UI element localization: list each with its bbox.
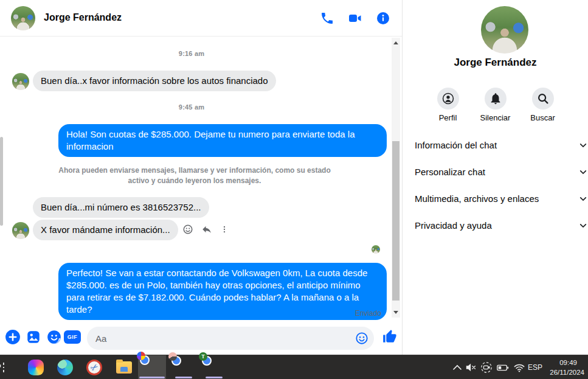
message-input-pill <box>87 327 374 350</box>
scroll-up-arrow[interactable] <box>393 41 398 44</box>
snipping-tool-icon[interactable] <box>86 360 102 375</box>
chrome-profile-badge: T <box>199 352 207 361</box>
chat-scrollbar[interactable] <box>392 38 400 318</box>
gif-icon[interactable]: GIF <box>64 330 81 344</box>
photo-attach-icon[interactable] <box>26 329 41 345</box>
menu-item-media-files-links[interactable]: Multimedia, archivos y enlaces <box>403 186 588 212</box>
chat-header-avatar[interactable] <box>11 6 35 30</box>
copilot-icon[interactable] <box>28 360 44 375</box>
chevron-down-icon <box>579 195 587 203</box>
video-call-icon[interactable] <box>348 11 362 26</box>
menu-item-label: Personalizar chat <box>415 167 485 177</box>
incoming-message: Buen día..x favor información sobre los … <box>33 71 276 91</box>
chevron-down-icon <box>579 169 587 176</box>
action-label: Perfil <box>439 113 457 122</box>
more-options-icon[interactable] <box>220 224 229 235</box>
emoji-picker-icon[interactable] <box>355 332 368 345</box>
mute-action-button[interactable]: Silenciar <box>478 88 513 122</box>
windows-taskbar: T ESP 09:49 26/11/2024 <box>0 355 588 379</box>
system-notice: Ahora pueden enviarse mensajes, llamarse… <box>49 165 341 186</box>
profile-action-button[interactable]: Perfil <box>431 88 466 122</box>
conversation-info-icon[interactable] <box>376 11 390 26</box>
chrome-profile-badge <box>168 352 177 361</box>
action-label: Buscar <box>530 113 555 122</box>
menu-item-label: Información del chat <box>415 140 497 150</box>
phone-call-icon[interactable] <box>320 11 334 26</box>
chevron-down-icon <box>579 222 587 229</box>
edge-browser-icon[interactable] <box>57 360 73 375</box>
file-explorer-icon[interactable] <box>116 361 132 374</box>
scroll-down-arrow[interactable] <box>393 311 398 314</box>
search-icon <box>532 88 554 110</box>
delivery-status: Enviado <box>355 309 381 318</box>
message-input[interactable] <box>95 327 339 350</box>
react-emoji-icon[interactable] <box>182 224 193 235</box>
tray-date: 26/11/2024 <box>539 367 584 377</box>
messages-area: 9:16 am Buen día..x favor información so… <box>0 37 402 322</box>
running-app-indicator <box>139 377 165 378</box>
background-window-scrollbar <box>0 137 3 226</box>
chrome-profile-badge <box>137 352 145 360</box>
action-label: Silenciar <box>480 113 511 122</box>
screen-record-camera-icon[interactable] <box>480 361 493 374</box>
chat-panel: Jorge Fernández 9:16 am Buen día..x favo… <box>0 0 402 355</box>
seen-indicator-avatar <box>372 245 380 254</box>
battery-icon[interactable] <box>496 361 508 374</box>
incoming-message: X favor mándame información... <box>33 220 178 240</box>
conversation-info-panel: Jorge Fernández Perfil Silenciar Buscar … <box>402 0 588 355</box>
incoming-message: Buen día...mi número es 3816523752... <box>33 197 209 218</box>
menu-item-customize-chat[interactable]: Personalizar chat <box>403 159 588 186</box>
clock-date[interactable]: 09:49 26/11/2024 <box>539 358 584 377</box>
scrollbar-thumb[interactable] <box>392 141 399 301</box>
menu-item-chat-info[interactable]: Información del chat <box>403 132 588 159</box>
tray-time: 09:49 <box>539 358 584 367</box>
outgoing-message: Hola! Son cuotas de $285.000. Dejame tu … <box>58 124 387 157</box>
profile-name: Jorge Fernández <box>403 57 588 69</box>
menu-item-label: Privacidad y ayuda <box>415 220 492 231</box>
timestamp: 9:16 am <box>0 50 383 57</box>
timestamp: 9:45 am <box>0 103 383 111</box>
profile-avatar <box>481 6 528 54</box>
search-action-button[interactable]: Buscar <box>525 88 561 122</box>
person-icon <box>437 88 459 110</box>
bell-icon <box>485 88 507 110</box>
wifi-icon[interactable] <box>513 361 525 374</box>
chat-header: Jorge Fernández <box>0 0 402 37</box>
chat-title: Jorge Fernández <box>44 12 122 23</box>
running-app-indicator <box>206 377 223 378</box>
outgoing-message: Perfecto! Se van a estar contactando de … <box>58 263 387 320</box>
menu-item-privacy-help[interactable]: Privacidad y ayuda <box>403 212 588 239</box>
info-menu: Información del chat Personalizar chat M… <box>403 132 588 239</box>
chevron-down-icon <box>579 142 587 149</box>
attach-plus-icon[interactable] <box>5 329 21 345</box>
tray-chevron-up-icon[interactable] <box>451 361 463 374</box>
sticker-icon[interactable] <box>46 329 62 345</box>
volume-muted-icon[interactable] <box>465 361 477 374</box>
reply-icon[interactable] <box>201 224 212 235</box>
contact-avatar <box>12 222 29 239</box>
clipped-settings-icon[interactable] <box>0 361 7 374</box>
composer: GIF <box>0 322 402 355</box>
menu-item-label: Multimedia, archivos y enlaces <box>415 193 539 204</box>
contact-avatar <box>12 73 29 90</box>
thumbs-up-send-icon[interactable] <box>382 329 398 344</box>
running-app-indicator <box>175 377 192 378</box>
